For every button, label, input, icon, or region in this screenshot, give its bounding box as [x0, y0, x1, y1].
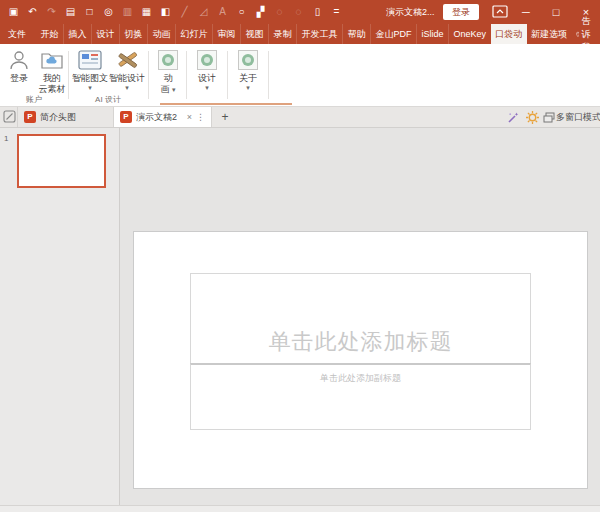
- group-label-ai-design: AI 设计: [70, 94, 146, 105]
- status-bar-edge: [0, 505, 600, 512]
- animation-menu-button[interactable]: 动 画 ▾: [153, 47, 183, 95]
- multi-window-icon[interactable]: [543, 112, 555, 123]
- maximize-button[interactable]: □: [546, 0, 566, 24]
- subtitle-placeholder[interactable]: 单击此处添加副标题: [190, 363, 531, 430]
- animation-label-1: 动: [153, 73, 183, 84]
- fill-color-icon[interactable]: ◧: [156, 0, 175, 24]
- about-caret-icon: ▾: [232, 84, 264, 92]
- smart-design-button[interactable]: 智能设计 ▾: [109, 47, 145, 92]
- tab-jinshan-pdf[interactable]: 金山PDF: [371, 24, 417, 44]
- tab-help[interactable]: 帮助: [343, 24, 371, 44]
- oval-shape-icon[interactable]: ○: [232, 0, 251, 24]
- document-tab-active[interactable]: P 演示文稿2 × ⋮: [114, 107, 212, 127]
- ribbon-group-separator: [148, 51, 149, 99]
- magic-wand-icon[interactable]: [507, 111, 520, 124]
- font-icon[interactable]: A: [213, 0, 232, 24]
- ppt-file-icon: P: [24, 111, 36, 123]
- tab-developer[interactable]: 开发工具: [297, 24, 343, 44]
- slideshow-icon[interactable]: ▥: [118, 0, 137, 24]
- redo-icon[interactable]: ↷: [42, 0, 61, 24]
- about-plugin-icon: [232, 47, 264, 73]
- tab-home[interactable]: 开始: [36, 24, 64, 44]
- workspace: 1 单击此处添加标题 单击此处添加副标题: [0, 128, 600, 512]
- design-label: 设计: [191, 73, 223, 84]
- quick-access-toolbar: ▣ ↶ ↷ ▤ □ ◎ ▥ ▦ ◧ ╱ ◿ A ○ ▞ ◌ ◌ ▯ =: [4, 0, 346, 24]
- new-document-icon[interactable]: □: [80, 0, 99, 24]
- pages-icon[interactable]: ▯: [308, 0, 327, 24]
- new-document-tab-button[interactable]: +: [217, 107, 233, 127]
- smart-design-icon: [109, 47, 145, 73]
- print-icon[interactable]: ▤: [61, 0, 80, 24]
- ribbon-group-separator: [227, 51, 228, 99]
- document-tab-bar: P 简介头图 P 演示文稿2 × ⋮ + 多窗口模式: [0, 107, 600, 128]
- session-manager-icon[interactable]: [3, 110, 16, 123]
- ribbon-display-options-icon[interactable]: [492, 5, 508, 19]
- animation-plugin-icon: [153, 47, 183, 73]
- slide-thumbnail-panel: 1: [0, 128, 120, 505]
- tab-onekey[interactable]: OneKey: [449, 24, 491, 44]
- save-icon[interactable]: ▣: [4, 0, 23, 24]
- tell-me-tab[interactable]: 告诉我: [572, 24, 599, 44]
- title-bar: ▣ ↶ ↷ ▤ □ ◎ ▥ ▦ ◧ ╱ ◿ A ○ ▞ ◌ ◌ ▯ = 演示文稿…: [0, 0, 600, 24]
- tab-new-tab[interactable]: 新建选项: [527, 24, 572, 44]
- settings-gear-icon[interactable]: [526, 111, 539, 124]
- subtitle-placeholder-text: 单击此处添加副标题: [320, 373, 401, 383]
- tab-animations[interactable]: 动画: [148, 24, 176, 44]
- table-icon[interactable]: ▦: [137, 0, 156, 24]
- design-caret-icon: ▾: [191, 84, 223, 92]
- ribbon-group-separator: [68, 51, 69, 99]
- menu-icon[interactable]: =: [327, 0, 346, 24]
- smart-text-button[interactable]: 智能图文 ▾: [72, 47, 108, 92]
- layout-icon[interactable]: ▞: [251, 0, 270, 24]
- tab-more-icon[interactable]: ⋮: [196, 112, 205, 122]
- print-preview-icon[interactable]: ◎: [99, 0, 118, 24]
- document-tab-intro[interactable]: P 简介头图: [17, 107, 114, 127]
- ribbon-tab-row: 文件 开始 插入 设计 切换 动画 幻灯片 审阅 视图 录制 开发工具 帮助 金…: [0, 24, 600, 44]
- tab-islide[interactable]: iSlide: [417, 24, 449, 44]
- tab-file[interactable]: 文件: [0, 24, 34, 44]
- ribbon-group-separator: [186, 51, 187, 99]
- tab-close-icon[interactable]: ×: [187, 112, 192, 122]
- document-tab-active-label: 演示文稿2: [136, 111, 177, 124]
- ribbon-accent-underline: [160, 103, 292, 105]
- tab-pocket-animation[interactable]: 口袋动: [491, 24, 527, 44]
- document-tab-intro-label: 简介头图: [40, 111, 76, 124]
- slide-canvas[interactable]: 单击此处添加标题 单击此处添加副标题: [133, 231, 588, 489]
- login-button[interactable]: 登录: [443, 4, 479, 20]
- about-label: 关于: [232, 73, 264, 84]
- powerpoint-window: ▣ ↶ ↷ ▤ □ ◎ ▥ ▦ ◧ ╱ ◿ A ○ ▞ ◌ ◌ ▯ = 演示文稿…: [0, 0, 600, 512]
- multi-window-mode-label[interactable]: 多窗口模式: [556, 107, 600, 127]
- title-placeholder[interactable]: 单击此处添加标题: [190, 273, 531, 364]
- plugin-login-button[interactable]: 登录: [2, 47, 36, 84]
- ppt-file-icon: P: [120, 111, 132, 123]
- animation-caret-icon: ▾: [172, 86, 176, 93]
- group-label-account: 账户: [2, 94, 66, 105]
- draw-pen-icon[interactable]: ╱: [175, 0, 194, 24]
- shape-icon[interactable]: ◿: [194, 0, 213, 24]
- smart-design-caret-icon: ▾: [109, 84, 145, 92]
- about-menu-button[interactable]: 关于 ▾: [232, 47, 264, 92]
- my-cloud-assets-label-1: 我的: [36, 73, 68, 84]
- mouse-mode-icon[interactable]: ◌: [289, 0, 308, 24]
- undo-icon[interactable]: ↶: [23, 0, 42, 24]
- smart-text-caret-icon: ▾: [72, 84, 108, 92]
- tab-review[interactable]: 审阅: [213, 24, 241, 44]
- my-cloud-assets-button[interactable]: 我的 云素材: [36, 47, 68, 95]
- slide-thumbnail[interactable]: [17, 134, 106, 188]
- tab-view[interactable]: 视图: [241, 24, 269, 44]
- cloud-folder-icon: [36, 47, 68, 73]
- tab-transitions[interactable]: 切换: [120, 24, 148, 44]
- minimize-button[interactable]: ─: [516, 0, 536, 24]
- ribbon-group-separator: [268, 51, 269, 99]
- smart-text-icon: [72, 47, 108, 73]
- design-menu-button[interactable]: 设计 ▾: [191, 47, 223, 92]
- window-title: 演示文稿2...: [386, 0, 435, 24]
- login-person-icon: [2, 47, 36, 73]
- animation-label-2: 画 ▾: [153, 84, 183, 95]
- tab-insert[interactable]: 插入: [64, 24, 92, 44]
- touch-mode-icon[interactable]: ◌: [270, 0, 289, 24]
- tab-record[interactable]: 录制: [269, 24, 297, 44]
- tab-slideshow[interactable]: 幻灯片: [176, 24, 213, 44]
- slide-number: 1: [4, 134, 8, 143]
- tab-design[interactable]: 设计: [92, 24, 120, 44]
